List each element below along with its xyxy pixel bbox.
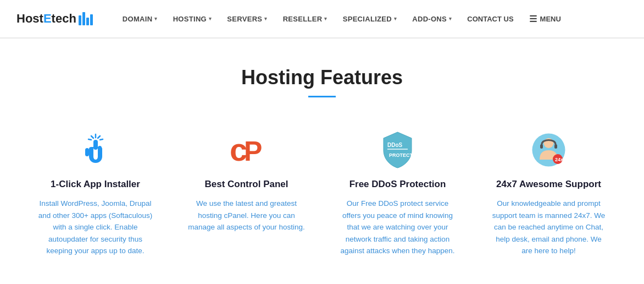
svg-text:P: P (244, 136, 262, 167)
feature-click-installer: 1-Click App Installer Install WordPress,… (20, 125, 171, 263)
feature-control-panel: c P Best Control Panel We use the latest… (171, 125, 322, 263)
feature-click-installer-title: 1-Click App Installer (36, 179, 154, 190)
logo-bar-3 (86, 18, 89, 25)
feature-control-panel-desc: We use the latest and greatest hosting c… (187, 198, 306, 233)
svg-line-4 (88, 139, 91, 140)
logo[interactable]: HostEtech (16, 12, 93, 26)
logo-bar-1 (79, 15, 81, 25)
svg-line-3 (100, 139, 103, 140)
title-underline (308, 96, 336, 97)
page-title: Hosting Features (11, 66, 633, 89)
feature-support-title: 24x7 Awesome Support (490, 179, 608, 190)
hand-icon (36, 130, 154, 169)
svg-rect-7 (85, 148, 89, 156)
feature-support-desc: Our knowledgeable and prompt support tea… (490, 198, 608, 257)
logo-icon (79, 12, 93, 25)
feature-ddos-title: Free DDoS Protection (338, 179, 457, 190)
svg-rect-15 (540, 144, 543, 149)
ddos-icon: DDoS PROTECT (338, 130, 457, 169)
nav-reseller[interactable]: RESELLER ▾ (275, 0, 335, 38)
logo-e-letter: E (43, 12, 52, 25)
nav-items: DOMAIN ▾ HOSTING ▾ SERVERS ▾ RESELLER ▾ … (115, 0, 628, 38)
addons-arrow-icon: ▾ (449, 16, 452, 21)
feature-ddos-desc: Our Free DDoS protect service offers you… (338, 198, 457, 257)
features-grid: 1-Click App Installer Install WordPress,… (20, 125, 624, 263)
feature-support: 24x 24x7 Awesome Support Our knowledgeab… (473, 125, 624, 263)
nav-hosting[interactable]: HOSTING ▾ (165, 0, 220, 38)
nav-menu[interactable]: ☰ MENU (521, 0, 561, 38)
feature-ddos: DDoS PROTECT Free DDoS Protection Our Fr… (322, 125, 473, 263)
logo-host-text: HostEtech (16, 12, 76, 26)
feature-control-panel-title: Best Control Panel (187, 179, 306, 190)
svg-rect-6 (98, 146, 102, 155)
domain-arrow-icon: ▾ (154, 16, 157, 21)
svg-rect-16 (554, 144, 557, 149)
svg-text:24x: 24x (555, 157, 563, 162)
logo-bar-4 (90, 14, 93, 25)
servers-arrow-icon: ▾ (264, 16, 267, 21)
svg-line-1 (98, 136, 100, 138)
svg-line-2 (91, 136, 93, 138)
svg-text:PROTECT: PROTECT (389, 152, 413, 158)
nav-addons[interactable]: ADD-ONS ▾ (404, 0, 459, 38)
svg-text:DDoS: DDoS (387, 142, 403, 148)
logo-bar-2 (82, 12, 85, 25)
hosting-arrow-icon: ▾ (209, 16, 212, 21)
menu-icon: ☰ (529, 14, 537, 24)
support-icon: 24x (490, 130, 608, 169)
cpanel-icon: c P (187, 130, 306, 169)
main-content: Hosting Features (0, 39, 644, 284)
nav-specialized[interactable]: SPECIALIZED ▾ (335, 0, 405, 38)
nav-servers[interactable]: SERVERS ▾ (219, 0, 275, 38)
specialized-arrow-icon: ▾ (394, 16, 397, 21)
nav-contact-us[interactable]: CONTACT US (459, 0, 521, 38)
navigation: HostEtech DOMAIN ▾ HOSTING ▾ SERVERS ▾ R… (0, 0, 644, 39)
nav-domain[interactable]: DOMAIN ▾ (115, 0, 165, 38)
feature-click-installer-desc: Install WordPress, Joomla, Drupal and ot… (36, 198, 154, 257)
reseller-arrow-icon: ▾ (324, 16, 327, 21)
svg-rect-11 (387, 149, 408, 150)
svg-rect-5 (93, 140, 98, 150)
